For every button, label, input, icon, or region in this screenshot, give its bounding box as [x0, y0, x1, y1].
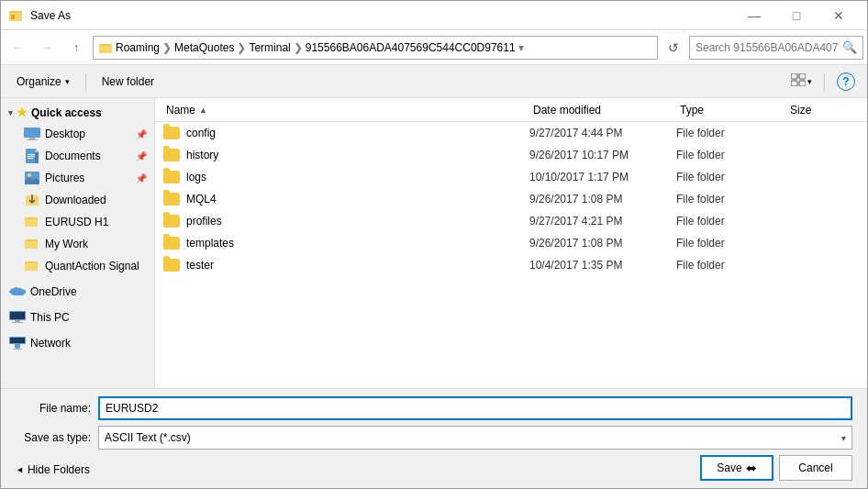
folder-icon	[162, 212, 181, 230]
folder-icon	[162, 168, 181, 186]
sidebar-downloaded-label: Downloaded	[45, 194, 106, 206]
filename-row: File name:	[16, 396, 852, 420]
maximize-button[interactable]: □	[775, 1, 818, 30]
saveastype-select[interactable]: ASCII Text (*.csv) ▾	[98, 426, 852, 450]
save-button[interactable]: Save ⬌	[700, 455, 773, 481]
sidebar-item-eurusd[interactable]: EURUSD H1	[1, 211, 154, 233]
file-list: Name ▲ Date modified Type Size config 9/…	[155, 98, 867, 388]
documents-icon	[23, 149, 41, 163]
sidebar-item-pictures[interactable]: Pictures 📌	[1, 167, 154, 189]
quick-access-icon: ★	[17, 106, 28, 119]
file-type-cell: File folder	[676, 259, 786, 272]
svg-rect-14	[28, 156, 35, 157]
view-button[interactable]: ▾	[786, 69, 817, 94]
svg-rect-31	[10, 338, 25, 343]
table-row[interactable]: config 9/27/2017 4:44 PM File folder	[155, 122, 867, 144]
search-input[interactable]	[696, 41, 839, 54]
new-folder-button[interactable]: New folder	[94, 69, 162, 94]
pictures-icon	[23, 171, 41, 185]
sidebar-item-documents[interactable]: Documents 📌	[1, 145, 154, 167]
minimize-button[interactable]: —	[733, 1, 775, 30]
table-row[interactable]: tester 10/4/2017 1:35 PM File folder	[155, 254, 867, 276]
sidebar-item-desktop[interactable]: Desktop 📌	[1, 123, 154, 145]
file-date-cell: 9/26/2017 1:08 PM	[529, 237, 676, 250]
svg-rect-2	[11, 15, 15, 19]
breadcrumb-item	[99, 42, 116, 53]
sidebar-eurusd-label: EURUSD H1	[45, 216, 108, 228]
col-header-size[interactable]: Size	[786, 98, 860, 121]
pin-icon-documents: 📌	[136, 151, 147, 161]
sidebar-item-thispc[interactable]: This PC	[1, 306, 154, 328]
folder-icon	[162, 124, 181, 142]
sidebar-documents-label: Documents	[45, 150, 101, 162]
breadcrumb-roaming: Roaming	[116, 41, 160, 54]
hide-folders-link[interactable]: ◄ Hide Folders	[16, 455, 90, 481]
col-header-name[interactable]: Name ▲	[162, 98, 529, 121]
address-bar: ← → ↑ Roaming ❯ MetaQuotes ❯ Terminal ❯ …	[1, 30, 867, 65]
table-row[interactable]: MQL4 9/26/2017 1:08 PM File folder	[155, 188, 867, 210]
refresh-button[interactable]: ↺	[662, 36, 685, 60]
organize-button[interactable]: Organize ▾	[8, 69, 78, 94]
file-date-cell: 9/26/2017 10:17 PM	[529, 149, 676, 161]
back-button[interactable]: ←	[5, 35, 30, 61]
svg-rect-20	[25, 219, 38, 227]
col-header-type[interactable]: Type	[676, 98, 786, 121]
quick-access-header[interactable]: ▾ ★ Quick access	[1, 102, 154, 123]
quick-access-chevron-icon: ▾	[8, 108, 13, 117]
folder-icon	[162, 256, 181, 274]
file-type-cell: File folder	[676, 127, 786, 139]
sidebar-mywork-label: My Work	[45, 238, 88, 250]
table-row[interactable]: logs 10/10/2017 1:17 PM File folder	[155, 166, 867, 188]
file-type-cell: File folder	[676, 193, 786, 206]
sidebar-quantaction-label: QuantAction Signal	[45, 260, 139, 272]
toolbar: Organize ▾ New folder ▾ ?	[1, 65, 867, 98]
file-date-cell: 9/27/2017 4:44 PM	[529, 127, 676, 139]
filename-input[interactable]	[98, 396, 852, 420]
sidebar-item-onedrive[interactable]: OneDrive	[1, 281, 154, 303]
pin-icon-pictures: 📌	[136, 173, 147, 183]
table-row[interactable]: history 9/26/2017 10:17 PM File folder	[155, 144, 867, 166]
bottom-area: File name: Save as type: ASCII Text (*.c…	[1, 388, 867, 488]
svg-rect-33	[13, 349, 22, 350]
sidebar-item-quantaction[interactable]: QuantAction Signal	[1, 255, 154, 277]
sidebar-item-mywork[interactable]: My Work	[1, 233, 154, 255]
organize-chevron-icon: ▾	[65, 77, 70, 86]
cancel-button[interactable]: Cancel	[779, 455, 852, 481]
hide-folders-chevron-icon: ◄	[16, 465, 24, 474]
close-button[interactable]: ✕	[818, 1, 860, 30]
file-type-cell: File folder	[676, 215, 786, 228]
dialog-icon	[8, 8, 23, 23]
svg-point-17	[28, 173, 31, 177]
breadcrumb-folder: 915566BA06ADA407569C544CC0D97611	[306, 41, 516, 54]
pin-icon: 📌	[136, 129, 147, 139]
table-row[interactable]: profiles 9/27/2017 4:21 PM File folder	[155, 210, 867, 232]
save-btn-wrapper: Save ⬌	[700, 455, 773, 481]
breadcrumb-metaquotes: MetaQuotes	[174, 41, 234, 54]
search-box[interactable]: 🔍	[689, 36, 863, 60]
onedrive-section: OneDrive	[1, 281, 154, 303]
hide-folders-label: Hide Folders	[28, 463, 90, 476]
folder-icon	[162, 146, 181, 164]
saveastype-label: Save as type:	[16, 431, 98, 444]
table-row[interactable]: templates 9/26/2017 1:08 PM File folder	[155, 232, 867, 254]
saveastype-dropdown-icon: ▾	[841, 433, 846, 443]
quantaction-icon	[23, 259, 41, 273]
folder-icon	[162, 234, 181, 252]
file-name-cell: tester	[186, 259, 529, 272]
folder-icon	[162, 190, 181, 208]
sidebar-item-network[interactable]: Network	[1, 332, 154, 354]
forward-button[interactable]: →	[34, 35, 60, 61]
quick-access-label: Quick access	[31, 106, 102, 119]
up-button[interactable]: ↑	[63, 35, 89, 61]
sidebar-onedrive-label: OneDrive	[30, 285, 77, 298]
breadcrumb[interactable]: Roaming ❯ MetaQuotes ❯ Terminal ❯ 915566…	[93, 36, 658, 60]
help-button[interactable]: ?	[832, 69, 860, 94]
svg-rect-29	[15, 344, 20, 348]
sidebar-item-downloaded[interactable]: Downloaded	[1, 189, 154, 211]
col-header-date[interactable]: Date modified	[529, 98, 676, 121]
window-controls: — □ ✕	[733, 1, 860, 30]
svg-rect-27	[15, 320, 20, 322]
help-icon: ?	[837, 72, 855, 91]
view-dropdown-icon: ▾	[807, 77, 812, 86]
view-icon	[791, 73, 806, 89]
